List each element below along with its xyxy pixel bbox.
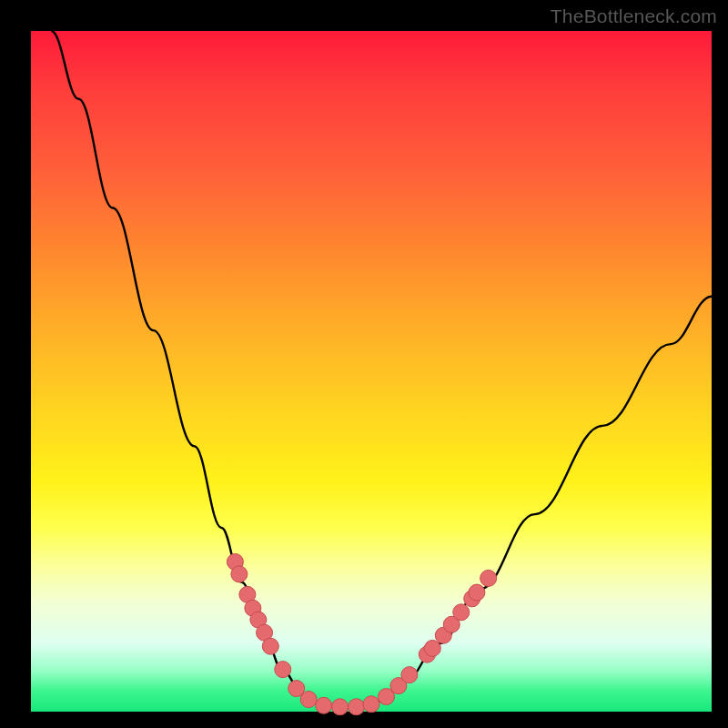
chart-frame: TheBottleneck.com xyxy=(0,0,728,728)
data-dot xyxy=(480,570,497,586)
data-dot xyxy=(262,638,278,654)
data-dot xyxy=(349,699,365,715)
data-dot xyxy=(275,662,291,678)
data-dot xyxy=(332,699,349,715)
chart-svg xyxy=(0,0,728,728)
data-dot xyxy=(424,640,440,656)
data-dot xyxy=(453,604,470,621)
watermark-text: TheBottleneck.com xyxy=(551,5,717,27)
data-dots xyxy=(227,553,496,714)
data-dot xyxy=(231,566,248,582)
bottleneck-curve xyxy=(51,31,712,708)
data-dot xyxy=(401,667,418,683)
data-dot xyxy=(363,696,379,713)
data-dot xyxy=(316,697,332,713)
data-dot xyxy=(469,584,485,601)
data-dot xyxy=(300,692,317,708)
